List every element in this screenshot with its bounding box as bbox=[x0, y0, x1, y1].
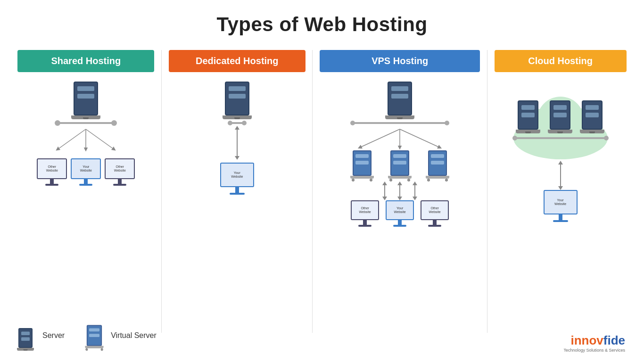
vps-monitor-label-yours: YourWebsite bbox=[394, 206, 406, 214]
cloud-server-body-3 bbox=[582, 100, 603, 130]
vps-vserver-body-1 bbox=[353, 150, 372, 176]
cloud-hosting-header: Cloud Hosting bbox=[495, 50, 627, 72]
vps-monitor-foot-yours bbox=[393, 225, 406, 227]
vps-monitor-stand1 bbox=[363, 220, 367, 225]
cloud-monitor-yours: YourWebsite bbox=[544, 190, 578, 222]
shared-server-base bbox=[71, 115, 100, 119]
vps-vserver-foot-r3 bbox=[445, 179, 448, 181]
vps-monitor-body-yours: YourWebsite bbox=[386, 200, 414, 220]
col-dedicated: Dedicated Hosting YourWebsite bbox=[169, 50, 305, 261]
dedicated-hosting-header: Dedicated Hosting bbox=[169, 50, 305, 72]
cloud-monitor-label-yours: YourWebsite bbox=[554, 198, 566, 206]
brand-tagline: Technology Solutions & Services bbox=[563, 348, 625, 353]
vps-vserver-3 bbox=[426, 150, 449, 181]
dedicated-diagram: YourWebsite bbox=[169, 82, 305, 261]
shared-monitor-label-other1: OtherWebsite bbox=[46, 165, 58, 173]
svg-line-0 bbox=[58, 129, 86, 149]
shared-monitor-body-yours: YourWebsite bbox=[71, 158, 101, 179]
shared-monitor-other1: OtherWebsite bbox=[37, 158, 67, 186]
shared-arrow-fan bbox=[43, 127, 128, 153]
cloud-server-base-2 bbox=[548, 130, 572, 133]
monitor-foot-blue bbox=[79, 184, 92, 186]
cloud-arrow-down bbox=[560, 164, 561, 187]
cloud-monitor-stand bbox=[559, 214, 562, 220]
dedicated-server-base bbox=[223, 115, 252, 119]
vps-monitor-label-other1: OtherWebsite bbox=[359, 206, 371, 214]
divider-2 bbox=[312, 50, 313, 333]
col-shared: Shared Hosting bbox=[17, 50, 154, 261]
legend: Server Virtual Server bbox=[14, 321, 157, 351]
brand-name-part1: innov bbox=[570, 333, 603, 347]
cloud-h-connector bbox=[515, 137, 606, 139]
col-vps: VPS Hosting bbox=[320, 50, 480, 261]
shared-h-connector bbox=[58, 122, 114, 124]
vps-vserver-1 bbox=[350, 150, 374, 181]
vps-monitor-foot2 bbox=[428, 225, 441, 227]
cloud-server-base-3 bbox=[580, 130, 604, 133]
vps-main-server bbox=[385, 82, 414, 119]
vps-vserver-foot-l1 bbox=[352, 179, 355, 181]
vps-arrow-fan bbox=[339, 127, 461, 150]
shared-monitors-row: OtherWebsite YourWebsite OtherWebsite bbox=[37, 158, 135, 186]
vps-vserver-foot-r1 bbox=[370, 179, 372, 181]
vps-vserver-body-3 bbox=[428, 150, 447, 176]
vps-monitor-body-other2: OtherWebsite bbox=[421, 200, 449, 220]
hosting-columns: Shared Hosting bbox=[0, 50, 644, 333]
divider-3 bbox=[487, 50, 487, 333]
dedicated-server-icon bbox=[223, 82, 252, 119]
shared-server-body bbox=[74, 82, 98, 115]
divider-1 bbox=[161, 50, 162, 333]
cloud-server-body-2 bbox=[550, 100, 570, 130]
brand-name: innovfide bbox=[563, 333, 625, 348]
vps-vserver-2 bbox=[388, 150, 412, 181]
legend-server-label: Server bbox=[42, 331, 65, 340]
vps-monitor-label-other2: OtherWebsite bbox=[429, 206, 441, 214]
vps-monitor-other1: OtherWebsite bbox=[351, 200, 379, 227]
cloud-server-1 bbox=[516, 100, 540, 133]
dedicated-arrow bbox=[237, 129, 238, 157]
cloud-server-2 bbox=[548, 100, 572, 133]
shared-monitor-other2: OtherWebsite bbox=[105, 158, 135, 186]
dedicated-monitor-label-yours: YourWebsite bbox=[231, 171, 243, 179]
shared-diagram: OtherWebsite YourWebsite OtherWebsite bbox=[17, 82, 154, 261]
vps-vserver-foot-l2 bbox=[389, 179, 392, 181]
vps-monitor-body-other1: OtherWebsite bbox=[351, 200, 379, 220]
cloud-server-body-1 bbox=[518, 100, 538, 130]
svg-line-5 bbox=[400, 129, 440, 148]
vps-vserver-foot-l3 bbox=[427, 179, 430, 181]
shared-server-icon bbox=[71, 82, 100, 119]
brand: innovfide Technology Solutions & Service… bbox=[563, 333, 625, 353]
vps-monitors-row: OtherWebsite YourWebsite OtherWebsite bbox=[351, 200, 449, 227]
cloud-server-3 bbox=[580, 100, 604, 133]
vps-monitor-foot1 bbox=[358, 225, 372, 227]
vps-arrow-2 bbox=[399, 184, 400, 197]
dedicated-monitor-body-yours: YourWebsite bbox=[220, 163, 254, 187]
vps-monitor-other2: OtherWebsite bbox=[421, 200, 449, 227]
legend-vserver-label: Virtual Server bbox=[111, 331, 157, 340]
svg-line-3 bbox=[360, 129, 400, 148]
page-title: Types of Web Hosting bbox=[0, 0, 644, 45]
shared-monitor-body-other2: OtherWebsite bbox=[105, 158, 135, 179]
vps-monitor-stand-yours bbox=[398, 220, 402, 225]
cloud-diagram: YourWebsite bbox=[495, 82, 627, 261]
monitor-stand bbox=[50, 179, 54, 184]
vps-arrow-1 bbox=[384, 184, 385, 197]
vps-monitor-yours: YourWebsite bbox=[386, 200, 414, 227]
legend-vserver-body bbox=[87, 325, 102, 346]
monitor-foot2 bbox=[113, 184, 126, 186]
vps-vserver-body-2 bbox=[390, 150, 409, 176]
vps-arrow-3 bbox=[414, 184, 415, 197]
legend-server: Server bbox=[14, 321, 65, 351]
brand-name-part2: fide bbox=[603, 333, 625, 347]
legend-server-body bbox=[18, 328, 33, 348]
legend-vserver-foot-l bbox=[85, 348, 88, 351]
legend-vserver-icon bbox=[85, 325, 104, 351]
shared-hosting-header: Shared Hosting bbox=[17, 50, 154, 72]
vps-vservers-row bbox=[350, 150, 449, 181]
legend-vserver: Virtual Server bbox=[83, 321, 157, 351]
dedicated-monitor-stand bbox=[235, 187, 239, 193]
svg-line-2 bbox=[86, 129, 114, 149]
monitor-stand-blue bbox=[84, 179, 88, 184]
monitor-stand2 bbox=[118, 179, 122, 184]
vps-vserver-feet-3 bbox=[427, 179, 448, 181]
